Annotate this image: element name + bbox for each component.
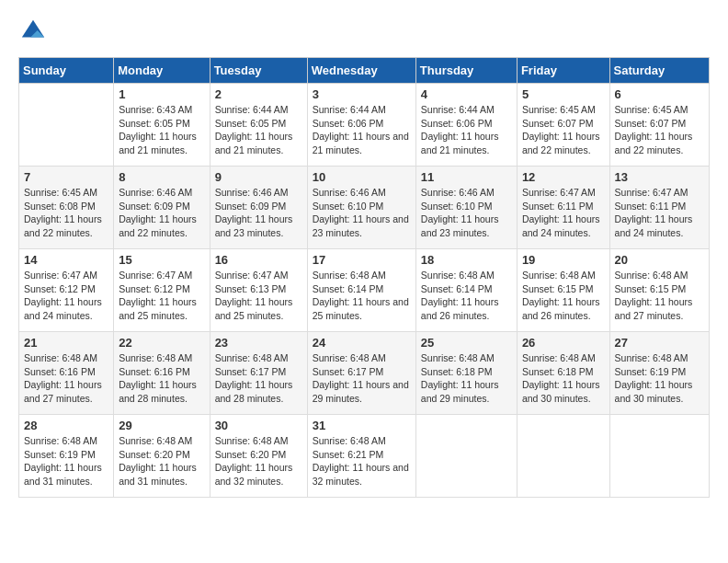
calendar-cell	[19, 84, 114, 167]
day-number: 29	[119, 419, 204, 432]
calendar-header-row: SundayMondayTuesdayWednesdayThursdayFrid…	[19, 58, 710, 84]
week-row-2: 7Sunrise: 6:45 AMSunset: 6:08 PMDaylight…	[19, 167, 710, 249]
page-header	[18, 18, 710, 48]
day-number: 19	[522, 253, 605, 267]
day-info: Sunrise: 6:48 AMSunset: 6:19 PMDaylight:…	[24, 434, 108, 488]
calendar-cell: 20Sunrise: 6:48 AMSunset: 6:15 PMDayligh…	[609, 249, 709, 332]
calendar-cell: 27Sunrise: 6:48 AMSunset: 6:19 PMDayligh…	[609, 332, 709, 415]
day-number: 18	[421, 253, 512, 267]
day-number: 28	[24, 419, 108, 432]
calendar-cell: 28Sunrise: 6:48 AMSunset: 6:19 PMDayligh…	[19, 415, 114, 498]
day-info: Sunrise: 6:48 AMSunset: 6:19 PMDaylight:…	[615, 351, 704, 406]
week-row-5: 28Sunrise: 6:48 AMSunset: 6:19 PMDayligh…	[19, 415, 710, 498]
day-number: 17	[313, 253, 411, 267]
day-info: Sunrise: 6:44 AMSunset: 6:06 PMDaylight:…	[313, 103, 411, 157]
logo	[18, 18, 46, 48]
day-number: 5	[522, 87, 605, 101]
day-number: 31	[313, 419, 411, 432]
day-info: Sunrise: 6:46 AMSunset: 6:09 PMDaylight:…	[119, 186, 204, 240]
calendar-cell: 12Sunrise: 6:47 AMSunset: 6:11 PMDayligh…	[517, 167, 609, 249]
day-info: Sunrise: 6:45 AMSunset: 6:07 PMDaylight:…	[615, 103, 704, 157]
day-info: Sunrise: 6:48 AMSunset: 6:17 PMDaylight:…	[215, 351, 302, 406]
calendar-cell: 6Sunrise: 6:45 AMSunset: 6:07 PMDaylight…	[609, 84, 709, 167]
logo-icon	[20, 18, 46, 44]
calendar-cell: 7Sunrise: 6:45 AMSunset: 6:08 PMDaylight…	[19, 167, 114, 249]
day-number: 15	[119, 253, 204, 267]
calendar-cell: 26Sunrise: 6:48 AMSunset: 6:18 PMDayligh…	[517, 332, 609, 415]
calendar-cell: 16Sunrise: 6:47 AMSunset: 6:13 PMDayligh…	[210, 249, 307, 332]
day-info: Sunrise: 6:48 AMSunset: 6:14 PMDaylight:…	[421, 269, 512, 323]
column-header-sunday: Sunday	[19, 58, 114, 84]
calendar-cell: 30Sunrise: 6:48 AMSunset: 6:20 PMDayligh…	[210, 415, 307, 498]
calendar-cell: 3Sunrise: 6:44 AMSunset: 6:06 PMDaylight…	[307, 84, 415, 167]
day-info: Sunrise: 6:48 AMSunset: 6:15 PMDaylight:…	[615, 269, 704, 323]
calendar-cell: 13Sunrise: 6:47 AMSunset: 6:11 PMDayligh…	[609, 167, 709, 249]
day-info: Sunrise: 6:47 AMSunset: 6:12 PMDaylight:…	[24, 269, 108, 323]
calendar-cell: 2Sunrise: 6:44 AMSunset: 6:05 PMDaylight…	[210, 84, 307, 167]
day-info: Sunrise: 6:48 AMSunset: 6:18 PMDaylight:…	[522, 351, 605, 406]
day-info: Sunrise: 6:46 AMSunset: 6:09 PMDaylight:…	[215, 186, 302, 240]
day-number: 2	[215, 87, 302, 101]
day-info: Sunrise: 6:48 AMSunset: 6:18 PMDaylight:…	[421, 351, 512, 406]
column-header-tuesday: Tuesday	[210, 58, 307, 84]
calendar-cell	[415, 415, 517, 498]
day-number: 13	[615, 170, 704, 184]
day-number: 8	[119, 170, 204, 184]
calendar-cell: 29Sunrise: 6:48 AMSunset: 6:20 PMDayligh…	[114, 415, 210, 498]
day-info: Sunrise: 6:48 AMSunset: 6:15 PMDaylight:…	[522, 269, 605, 323]
day-number: 9	[215, 170, 302, 184]
week-row-3: 14Sunrise: 6:47 AMSunset: 6:12 PMDayligh…	[19, 249, 710, 332]
column-header-monday: Monday	[114, 58, 210, 84]
day-number: 30	[215, 419, 302, 432]
day-info: Sunrise: 6:45 AMSunset: 6:07 PMDaylight:…	[522, 103, 605, 157]
day-number: 24	[313, 336, 411, 350]
column-header-friday: Friday	[517, 58, 609, 84]
day-info: Sunrise: 6:48 AMSunset: 6:20 PMDaylight:…	[119, 434, 204, 488]
day-info: Sunrise: 6:46 AMSunset: 6:10 PMDaylight:…	[421, 186, 512, 240]
calendar-cell: 15Sunrise: 6:47 AMSunset: 6:12 PMDayligh…	[114, 249, 210, 332]
week-row-4: 21Sunrise: 6:48 AMSunset: 6:16 PMDayligh…	[19, 332, 710, 415]
day-number: 21	[24, 336, 108, 350]
calendar-cell: 14Sunrise: 6:47 AMSunset: 6:12 PMDayligh…	[19, 249, 114, 332]
calendar-cell: 10Sunrise: 6:46 AMSunset: 6:10 PMDayligh…	[307, 167, 415, 249]
day-info: Sunrise: 6:45 AMSunset: 6:08 PMDaylight:…	[24, 186, 108, 240]
calendar-cell: 23Sunrise: 6:48 AMSunset: 6:17 PMDayligh…	[210, 332, 307, 415]
day-info: Sunrise: 6:48 AMSunset: 6:16 PMDaylight:…	[119, 351, 204, 406]
day-info: Sunrise: 6:44 AMSunset: 6:06 PMDaylight:…	[421, 103, 512, 157]
calendar-cell: 8Sunrise: 6:46 AMSunset: 6:09 PMDaylight…	[114, 167, 210, 249]
calendar-cell: 9Sunrise: 6:46 AMSunset: 6:09 PMDaylight…	[210, 167, 307, 249]
day-info: Sunrise: 6:44 AMSunset: 6:05 PMDaylight:…	[215, 103, 302, 157]
calendar-cell: 21Sunrise: 6:48 AMSunset: 6:16 PMDayligh…	[19, 332, 114, 415]
day-info: Sunrise: 6:47 AMSunset: 6:11 PMDaylight:…	[522, 186, 605, 240]
day-number: 1	[119, 87, 204, 101]
calendar-cell: 4Sunrise: 6:44 AMSunset: 6:06 PMDaylight…	[415, 84, 517, 167]
day-number: 7	[24, 170, 108, 184]
day-number: 26	[522, 336, 605, 350]
day-number: 27	[615, 336, 704, 350]
week-row-1: 1Sunrise: 6:43 AMSunset: 6:05 PMDaylight…	[19, 84, 710, 167]
day-number: 12	[522, 170, 605, 184]
day-info: Sunrise: 6:48 AMSunset: 6:20 PMDaylight:…	[215, 434, 302, 488]
calendar-cell	[609, 415, 709, 498]
column-header-thursday: Thursday	[415, 58, 517, 84]
day-number: 10	[313, 170, 411, 184]
day-info: Sunrise: 6:43 AMSunset: 6:05 PMDaylight:…	[119, 103, 204, 157]
day-info: Sunrise: 6:47 AMSunset: 6:11 PMDaylight:…	[615, 186, 704, 240]
calendar-cell: 17Sunrise: 6:48 AMSunset: 6:14 PMDayligh…	[307, 249, 415, 332]
calendar-cell: 11Sunrise: 6:46 AMSunset: 6:10 PMDayligh…	[415, 167, 517, 249]
day-number: 23	[215, 336, 302, 350]
day-number: 4	[421, 87, 512, 101]
calendar-cell: 24Sunrise: 6:48 AMSunset: 6:17 PMDayligh…	[307, 332, 415, 415]
column-header-saturday: Saturday	[609, 58, 709, 84]
calendar-cell: 25Sunrise: 6:48 AMSunset: 6:18 PMDayligh…	[415, 332, 517, 415]
day-number: 6	[615, 87, 704, 101]
day-number: 22	[119, 336, 204, 350]
calendar-cell: 19Sunrise: 6:48 AMSunset: 6:15 PMDayligh…	[517, 249, 609, 332]
day-number: 16	[215, 253, 302, 267]
day-number: 14	[24, 253, 108, 267]
calendar-cell: 31Sunrise: 6:48 AMSunset: 6:21 PMDayligh…	[307, 415, 415, 498]
calendar-table: SundayMondayTuesdayWednesdayThursdayFrid…	[18, 57, 710, 498]
calendar-cell: 22Sunrise: 6:48 AMSunset: 6:16 PMDayligh…	[114, 332, 210, 415]
day-info: Sunrise: 6:47 AMSunset: 6:13 PMDaylight:…	[215, 269, 302, 323]
day-info: Sunrise: 6:48 AMSunset: 6:21 PMDaylight:…	[313, 434, 411, 488]
